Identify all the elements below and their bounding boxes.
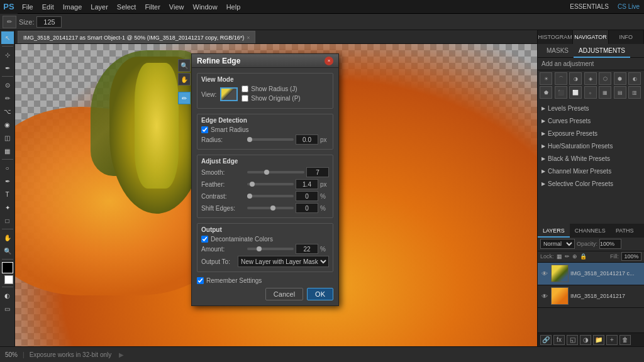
adj-icon-threshold[interactable]: ▤ <box>614 86 626 99</box>
menu-window[interactable]: Window <box>189 0 222 14</box>
shift-edges-input[interactable] <box>296 203 318 213</box>
dialog-hand-tool[interactable]: ✋ <box>178 73 191 85</box>
essentials-button[interactable]: ESSENTIALS <box>565 0 613 14</box>
fill-input[interactable] <box>621 252 641 261</box>
adj-icon-bw[interactable]: ◐ <box>628 72 641 85</box>
tool-zoom[interactable]: 🔍 <box>1 244 14 257</box>
adj-icon-channel-mixer[interactable]: ⬛ <box>555 86 567 99</box>
tool-spot-heal[interactable]: ⊙ <box>1 79 14 91</box>
adj-icon-brightness[interactable]: ☀ <box>540 72 552 85</box>
adj-icon-vibrance[interactable]: ◈ <box>584 72 597 85</box>
tool-shape[interactable]: □ <box>1 214 14 227</box>
tool-dodge[interactable]: ○ <box>1 162 14 174</box>
background-color[interactable] <box>4 275 13 284</box>
tab-histogram[interactable]: HISTOGRAM <box>538 30 573 44</box>
adj-icon-curves[interactable]: ⌒ <box>555 72 567 85</box>
tool-crop[interactable]: ⊹ <box>1 48 14 61</box>
canvas-content[interactable]: Refine Edge × 🔍 ✋ ✏ View Mode View: <box>15 44 537 346</box>
lock-all-icon[interactable]: 🔒 <box>580 253 587 260</box>
menu-help[interactable]: Help <box>222 0 245 14</box>
layer-adjust-button[interactable]: ◑ <box>580 335 591 345</box>
dialog-edge-tool[interactable]: ✏ <box>178 92 191 104</box>
layer-group-button[interactable]: 📁 <box>593 335 604 345</box>
menu-file[interactable]: File <box>18 0 38 14</box>
adj-icon-photo-filter[interactable]: ⬟ <box>540 86 552 99</box>
menu-view[interactable]: View <box>165 0 189 14</box>
lock-position-icon[interactable]: ⊕ <box>572 253 577 260</box>
menu-layer[interactable]: Layer <box>86 0 113 14</box>
layer-0-eye-icon[interactable]: 👁 <box>540 269 549 278</box>
menu-filter[interactable]: Filter <box>140 0 164 14</box>
menu-image[interactable]: Image <box>58 0 87 14</box>
layer-1-eye-icon[interactable]: 👁 <box>540 292 549 300</box>
smooth-slider[interactable] <box>247 171 304 173</box>
preset-selective-color[interactable]: ▶ Selective Color Presets <box>539 177 643 190</box>
blend-mode-select[interactable]: Normal <box>540 239 575 249</box>
adj-icon-color-balance[interactable]: ⬢ <box>614 72 626 85</box>
tab-adjustments[interactable]: ADJUSTMENTS <box>574 44 630 58</box>
smart-radius-checkbox[interactable] <box>201 126 208 133</box>
layer-delete-button[interactable]: 🗑 <box>619 335 631 345</box>
preset-bw[interactable]: ▶ Black & White Presets <box>539 152 643 165</box>
dialog-titlebar[interactable]: Refine Edge × <box>192 54 338 68</box>
tab-close-button[interactable]: × <box>247 35 250 41</box>
show-original-checkbox[interactable] <box>242 95 248 102</box>
layer-link-button[interactable]: 🔗 <box>540 335 552 345</box>
lock-image-icon[interactable]: ✏ <box>565 253 570 260</box>
tool-clone[interactable]: ⌥ <box>1 105 14 118</box>
amount-input[interactable] <box>296 244 318 254</box>
radius-input[interactable] <box>296 134 318 145</box>
preset-channel-mixer[interactable]: ▶ Channel Mixer Presets <box>539 165 643 177</box>
tool-eyedropper[interactable]: ✒ <box>1 62 14 74</box>
size-input[interactable]: 125 <box>36 16 62 28</box>
adj-icon-gradient-map[interactable]: ▥ <box>628 86 641 99</box>
feather-slider[interactable] <box>247 183 294 185</box>
tool-mask[interactable]: ◐ <box>1 289 14 302</box>
menu-select[interactable]: Select <box>113 0 141 14</box>
remember-settings-checkbox[interactable] <box>197 277 204 284</box>
output-to-select[interactable]: New Layer with Layer Mask <box>238 256 329 267</box>
opacity-input[interactable] <box>599 239 621 249</box>
contrast-slider[interactable] <box>247 195 294 197</box>
tab-paths[interactable]: PATHS <box>611 224 639 238</box>
feather-input[interactable] <box>296 179 318 189</box>
adj-icon-hsl[interactable]: ⬡ <box>599 72 611 85</box>
amount-slider[interactable] <box>247 248 294 250</box>
show-radius-checkbox[interactable] <box>242 85 248 92</box>
cs-live-button[interactable]: CS Live <box>613 0 644 14</box>
tool-text[interactable]: T <box>1 188 14 200</box>
lock-transparency-icon[interactable]: ▦ <box>557 253 562 260</box>
cancel-button[interactable]: Cancel <box>265 288 303 300</box>
adj-icon-color-lookup[interactable]: ⬜ <box>569 86 582 99</box>
dialog-zoom-tool[interactable]: 🔍 <box>178 59 191 72</box>
preset-exposure[interactable]: ▶ Exposure Presets <box>539 127 643 140</box>
contrast-input[interactable] <box>296 191 318 201</box>
layer-row-0[interactable]: 👁 IMG_3518_20141217 c... <box>538 263 644 285</box>
view-thumbnail[interactable] <box>220 87 238 101</box>
radius-slider[interactable] <box>247 138 294 141</box>
tab-navigator[interactable]: NAVIGATOR <box>573 30 608 44</box>
tool-hand[interactable]: ✋ <box>1 231 14 244</box>
tab-layers[interactable]: LAYERS <box>538 224 570 238</box>
adj-icon-invert[interactable]: ⬦ <box>584 86 597 99</box>
tab-masks[interactable]: MASKS <box>541 44 574 58</box>
smooth-input[interactable] <box>306 167 329 177</box>
tool-eraser[interactable]: ◫ <box>1 131 14 144</box>
tool-gradient[interactable]: ▦ <box>1 145 14 157</box>
tool-screen-mode[interactable]: ▭ <box>1 302 14 315</box>
menu-edit[interactable]: Edit <box>38 0 58 14</box>
tab-info[interactable]: INFO <box>609 30 644 44</box>
tab-channels[interactable]: CHANNELS <box>570 224 611 238</box>
preset-levels[interactable]: ▶ Levels Presets <box>539 102 643 114</box>
tool-brush[interactable]: ✏ <box>1 92 14 104</box>
foreground-color[interactable] <box>2 262 13 273</box>
layer-new-button[interactable]: + <box>606 335 618 345</box>
tool-history[interactable]: ◉ <box>1 118 14 131</box>
active-tab[interactable]: IMG_3518_20141217 as Smart Object-1 @ 50… <box>18 31 255 43</box>
adj-icon-posterize[interactable]: ▦ <box>599 86 611 99</box>
layer-row-1[interactable]: 👁 IMG_3518_20141217 <box>538 285 644 308</box>
preset-curves[interactable]: ▶ Curves Presets <box>539 114 643 127</box>
adj-icon-exposure[interactable]: ◑ <box>569 72 582 85</box>
preset-hue-saturation[interactable]: ▶ Hue/Saturation Presets <box>539 140 643 152</box>
shift-edges-slider[interactable] <box>247 207 294 209</box>
